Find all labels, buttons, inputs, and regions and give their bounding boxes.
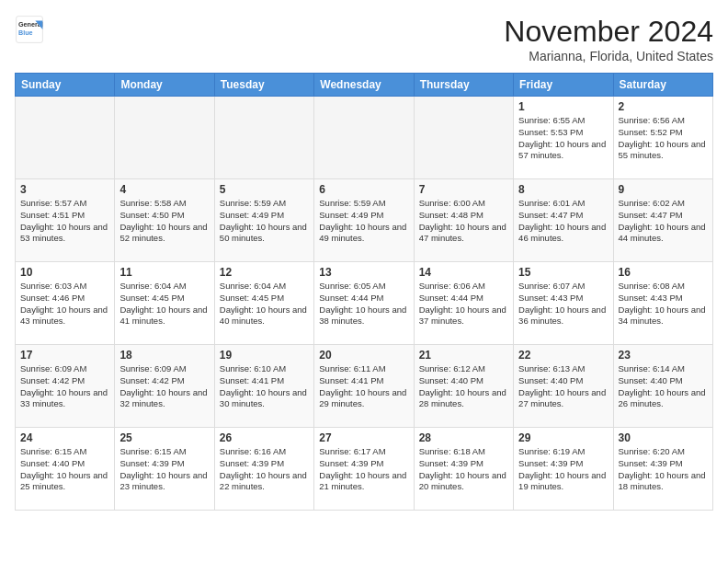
day-number: 16 (619, 266, 708, 279)
week-row-4: 17Sunrise: 6:09 AM Sunset: 4:42 PM Dayli… (16, 345, 713, 428)
weekday-header-sunday: Sunday (16, 74, 115, 97)
day-number: 29 (518, 431, 608, 444)
day-info: Sunrise: 6:19 AM Sunset: 4:39 PM Dayligh… (518, 446, 608, 493)
day-info: Sunrise: 6:13 AM Sunset: 4:40 PM Dayligh… (518, 363, 608, 410)
day-number: 4 (119, 183, 209, 196)
day-info: Sunrise: 6:03 AM Sunset: 4:46 PM Dayligh… (20, 281, 109, 327)
day-info: Sunrise: 6:01 AM Sunset: 4:47 PM Dayligh… (518, 198, 608, 245)
calendar-cell: 7Sunrise: 6:00 AM Sunset: 4:48 PM Daylig… (414, 179, 513, 262)
day-info: Sunrise: 6:06 AM Sunset: 4:44 PM Dayligh… (419, 281, 508, 327)
day-number: 24 (20, 431, 109, 444)
day-number: 25 (119, 431, 209, 444)
logo: General Blue (15, 15, 44, 44)
day-info: Sunrise: 6:55 AM Sunset: 5:53 PM Dayligh… (518, 115, 608, 162)
weekday-header-tuesday: Tuesday (214, 74, 313, 97)
month-title: November 2024 (504, 15, 713, 49)
day-number: 19 (220, 349, 309, 362)
calendar-cell (115, 97, 214, 179)
day-info: Sunrise: 6:09 AM Sunset: 4:42 PM Dayligh… (119, 363, 209, 410)
calendar-cell: 6Sunrise: 5:59 AM Sunset: 4:49 PM Daylig… (314, 179, 414, 262)
day-number: 17 (20, 349, 109, 362)
calendar-cell: 23Sunrise: 6:14 AM Sunset: 4:40 PM Dayli… (613, 345, 712, 428)
day-info: Sunrise: 5:59 AM Sunset: 4:49 PM Dayligh… (319, 198, 408, 245)
day-number: 27 (319, 431, 408, 444)
day-info: Sunrise: 6:18 AM Sunset: 4:39 PM Dayligh… (419, 446, 508, 493)
calendar-cell: 11Sunrise: 6:04 AM Sunset: 4:45 PM Dayli… (115, 262, 214, 345)
day-info: Sunrise: 6:15 AM Sunset: 4:40 PM Dayligh… (20, 446, 109, 493)
day-info: Sunrise: 6:12 AM Sunset: 4:40 PM Dayligh… (419, 363, 508, 410)
day-info: Sunrise: 6:10 AM Sunset: 4:41 PM Dayligh… (220, 363, 309, 410)
day-number: 10 (20, 266, 109, 279)
calendar-cell: 3Sunrise: 5:57 AM Sunset: 4:51 PM Daylig… (16, 179, 115, 262)
day-number: 23 (619, 349, 708, 362)
day-number: 6 (319, 183, 408, 196)
day-number: 22 (518, 349, 608, 362)
calendar-cell: 21Sunrise: 6:12 AM Sunset: 4:40 PM Dayli… (414, 345, 513, 428)
location: Marianna, Florida, United States (504, 49, 713, 63)
day-number: 15 (518, 266, 608, 279)
calendar-cell (414, 97, 513, 179)
calendar-cell: 18Sunrise: 6:09 AM Sunset: 4:42 PM Dayli… (115, 345, 214, 428)
calendar-cell: 29Sunrise: 6:19 AM Sunset: 4:39 PM Dayli… (514, 428, 613, 511)
day-number: 11 (119, 266, 209, 279)
day-info: Sunrise: 6:17 AM Sunset: 4:39 PM Dayligh… (319, 446, 408, 493)
day-number: 9 (619, 183, 708, 196)
calendar-cell: 26Sunrise: 6:16 AM Sunset: 4:39 PM Dayli… (214, 428, 313, 511)
page-header: General Blue November 2024 Marianna, Flo… (15, 15, 713, 63)
day-number: 13 (319, 266, 408, 279)
day-number: 1 (518, 100, 608, 113)
calendar-cell: 16Sunrise: 6:08 AM Sunset: 4:43 PM Dayli… (613, 262, 712, 345)
day-info: Sunrise: 6:05 AM Sunset: 4:44 PM Dayligh… (319, 281, 408, 327)
calendar-cell: 13Sunrise: 6:05 AM Sunset: 4:44 PM Dayli… (314, 262, 414, 345)
calendar-cell: 28Sunrise: 6:18 AM Sunset: 4:39 PM Dayli… (414, 428, 513, 511)
day-info: Sunrise: 6:56 AM Sunset: 5:52 PM Dayligh… (619, 115, 708, 162)
calendar-cell: 20Sunrise: 6:11 AM Sunset: 4:41 PM Dayli… (314, 345, 414, 428)
calendar-cell: 24Sunrise: 6:15 AM Sunset: 4:40 PM Dayli… (16, 428, 115, 511)
day-info: Sunrise: 6:04 AM Sunset: 4:45 PM Dayligh… (220, 281, 309, 327)
calendar-cell (214, 97, 313, 179)
weekday-header-row: SundayMondayTuesdayWednesdayThursdayFrid… (16, 74, 713, 97)
calendar-cell: 14Sunrise: 6:06 AM Sunset: 4:44 PM Dayli… (414, 262, 513, 345)
weekday-header-friday: Friday (514, 74, 613, 97)
title-block: November 2024 Marianna, Florida, United … (504, 15, 713, 63)
day-number: 7 (419, 183, 508, 196)
calendar-table: SundayMondayTuesdayWednesdayThursdayFrid… (15, 73, 713, 511)
day-number: 30 (619, 431, 708, 444)
calendar-cell: 1Sunrise: 6:55 AM Sunset: 5:53 PM Daylig… (514, 97, 613, 179)
day-info: Sunrise: 6:11 AM Sunset: 4:41 PM Dayligh… (319, 363, 408, 410)
calendar-cell: 9Sunrise: 6:02 AM Sunset: 4:47 PM Daylig… (613, 179, 712, 262)
day-info: Sunrise: 6:04 AM Sunset: 4:45 PM Dayligh… (119, 281, 209, 327)
day-info: Sunrise: 6:15 AM Sunset: 4:39 PM Dayligh… (119, 446, 209, 493)
day-number: 12 (220, 266, 309, 279)
calendar-cell: 30Sunrise: 6:20 AM Sunset: 4:39 PM Dayli… (613, 428, 712, 511)
day-number: 20 (319, 349, 408, 362)
logo-icon: General Blue (15, 15, 44, 44)
calendar-cell: 17Sunrise: 6:09 AM Sunset: 4:42 PM Dayli… (16, 345, 115, 428)
calendar-cell (16, 97, 115, 179)
day-number: 21 (419, 349, 508, 362)
day-number: 8 (518, 183, 608, 196)
week-row-1: 1Sunrise: 6:55 AM Sunset: 5:53 PM Daylig… (16, 97, 713, 179)
week-row-3: 10Sunrise: 6:03 AM Sunset: 4:46 PM Dayli… (16, 262, 713, 345)
svg-text:Blue: Blue (18, 29, 33, 37)
day-info: Sunrise: 6:02 AM Sunset: 4:47 PM Dayligh… (619, 198, 708, 245)
calendar-cell: 15Sunrise: 6:07 AM Sunset: 4:43 PM Dayli… (514, 262, 613, 345)
day-number: 28 (419, 431, 508, 444)
day-number: 5 (220, 183, 309, 196)
calendar-cell: 22Sunrise: 6:13 AM Sunset: 4:40 PM Dayli… (514, 345, 613, 428)
day-info: Sunrise: 5:57 AM Sunset: 4:51 PM Dayligh… (20, 198, 109, 245)
calendar-cell: 2Sunrise: 6:56 AM Sunset: 5:52 PM Daylig… (613, 97, 712, 179)
calendar-cell: 8Sunrise: 6:01 AM Sunset: 4:47 PM Daylig… (514, 179, 613, 262)
week-row-5: 24Sunrise: 6:15 AM Sunset: 4:40 PM Dayli… (16, 428, 713, 511)
day-info: Sunrise: 6:08 AM Sunset: 4:43 PM Dayligh… (619, 281, 708, 327)
week-row-2: 3Sunrise: 5:57 AM Sunset: 4:51 PM Daylig… (16, 179, 713, 262)
weekday-header-saturday: Saturday (613, 74, 712, 97)
day-number: 3 (20, 183, 109, 196)
day-number: 18 (119, 349, 209, 362)
calendar-cell: 12Sunrise: 6:04 AM Sunset: 4:45 PM Dayli… (214, 262, 313, 345)
calendar-cell: 27Sunrise: 6:17 AM Sunset: 4:39 PM Dayli… (314, 428, 414, 511)
day-number: 14 (419, 266, 508, 279)
calendar-cell: 25Sunrise: 6:15 AM Sunset: 4:39 PM Dayli… (115, 428, 214, 511)
weekday-header-wednesday: Wednesday (314, 74, 414, 97)
weekday-header-thursday: Thursday (414, 74, 513, 97)
